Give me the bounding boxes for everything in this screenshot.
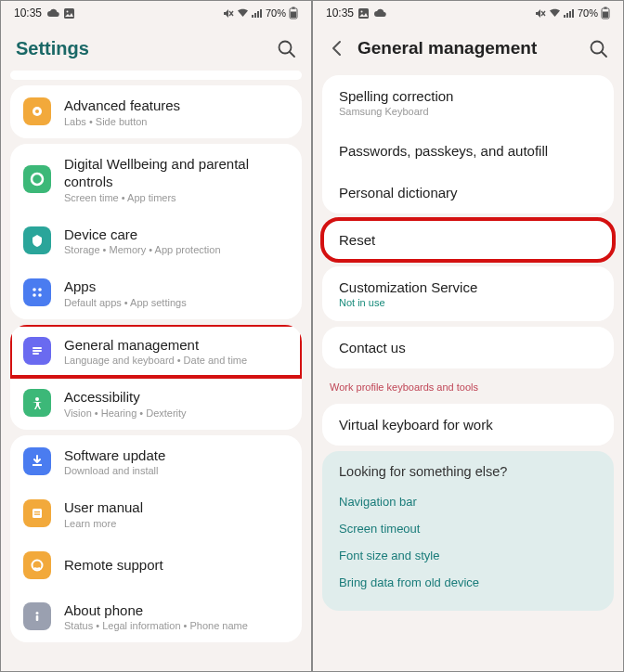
mute-icon: [223, 8, 234, 19]
svg-point-24: [36, 612, 39, 614]
settings-item-update[interactable]: Software updateDownload and install: [10, 435, 302, 488]
gm-scroll[interactable]: Spelling correctionSamsung KeyboardPassw…: [313, 70, 623, 671]
svg-point-11: [32, 174, 43, 185]
mute-icon: [535, 8, 546, 19]
gm-group: Spelling correctionSamsung KeyboardPassw…: [322, 75, 614, 213]
svg-line-8: [290, 52, 294, 57]
settings-item-manual[interactable]: User manualLearn more: [10, 487, 302, 540]
gm-header: General management: [313, 21, 623, 70]
suggest-link[interactable]: Font size and style: [339, 542, 597, 569]
back-icon[interactable]: [328, 39, 346, 58]
settings-item-apps[interactable]: AppsDefault apps • App settings: [10, 266, 302, 319]
about-icon: [23, 602, 51, 630]
status-bar: 10:35 70%: [313, 1, 623, 21]
gm-item[interactable]: Virtual keyboard for work: [322, 404, 614, 446]
settings-scroll[interactable]: Advanced featuresLabs • Side buttonDigit…: [1, 71, 311, 671]
page-title: General management: [358, 38, 537, 58]
item-subtitle: Learn more: [64, 518, 289, 529]
svg-point-14: [32, 293, 36, 297]
advanced-icon: [23, 97, 51, 125]
gm-item[interactable]: Contact us: [322, 327, 614, 368]
item-title: General management: [64, 336, 289, 355]
item-title: Advanced features: [64, 97, 289, 115]
phone-right: 10:35 70%: [312, 0, 624, 672]
settings-item-devicecare[interactable]: Device careStorage • Memory • App protec…: [10, 214, 302, 267]
svg-point-12: [32, 288, 36, 291]
wifi-icon: [237, 8, 249, 18]
item-title: Passwords, passkeys, and autofill: [339, 143, 597, 159]
status-time: 10:35: [326, 6, 354, 19]
section-label: Work profile keyboards and tools: [313, 374, 623, 398]
gm-item[interactable]: Customization ServiceNot in use: [322, 266, 614, 321]
search-icon[interactable]: [277, 39, 296, 58]
battery-icon: [601, 6, 610, 19]
item-title: About phone: [64, 601, 289, 620]
item-title: Reset: [339, 232, 597, 248]
svg-line-34: [602, 52, 606, 57]
settings-item-about[interactable]: About phoneStatus • Legal information • …: [10, 590, 302, 643]
gm-item[interactable]: Personal dictionary: [322, 172, 614, 213]
item-subtitle: Default apps • App settings: [64, 297, 289, 308]
accessibility-icon: [23, 389, 51, 417]
settings-item-wellbeing[interactable]: Digital Wellbeing and parental controlsS…: [10, 144, 302, 214]
gm-item[interactable]: Spelling correctionSamsung Keyboard: [322, 75, 614, 130]
item-title: Virtual keyboard for work: [339, 417, 597, 433]
battery-icon: [289, 6, 298, 19]
gm-group: Reset: [322, 219, 614, 261]
gm-item[interactable]: Reset: [322, 219, 614, 261]
status-bar: 10:35 70%: [1, 1, 311, 21]
image-icon: [358, 8, 369, 19]
item-subtitle: Samsung Keyboard: [339, 106, 597, 117]
wellbeing-icon: [23, 165, 51, 193]
item-title: Digital Wellbeing and parental controls: [64, 155, 289, 191]
item-title: Apps: [64, 278, 289, 296]
item-subtitle: Language and keyboard • Date and time: [64, 355, 289, 366]
svg-rect-16: [32, 347, 42, 349]
item-subtitle: Labs • Side button: [64, 116, 289, 127]
svg-rect-25: [36, 615, 39, 621]
page-title: Settings: [16, 38, 89, 59]
svg-point-19: [35, 397, 39, 401]
settings-item-accessibility[interactable]: AccessibilityVision • Hearing • Dexterit…: [10, 377, 302, 430]
item-subtitle: Download and install: [64, 465, 289, 476]
item-subtitle: Status • Legal information • Phone name: [64, 620, 289, 631]
cloud-icon: [46, 8, 59, 18]
gm-item[interactable]: Passwords, passkeys, and autofill: [322, 130, 614, 172]
item-title: Contact us: [339, 340, 597, 355]
suggest-link[interactable]: Screen timeout: [339, 515, 597, 542]
general-icon: [23, 337, 51, 365]
settings-group: Advanced featuresLabs • Side button: [10, 85, 302, 138]
item-subtitle: Storage • Memory • App protection: [64, 244, 289, 255]
settings-group: Digital Wellbeing and parental controlsS…: [10, 144, 302, 319]
svg-rect-20: [32, 509, 42, 518]
svg-rect-31: [604, 7, 607, 9]
cloud-icon: [373, 8, 386, 18]
search-icon[interactable]: [589, 39, 608, 58]
settings-item-remote[interactable]: Remote support: [10, 540, 302, 590]
item-title: Customization Service: [339, 279, 597, 295]
apps-icon: [23, 278, 51, 306]
suggest-link[interactable]: Navigation bar: [339, 488, 597, 515]
svg-point-13: [38, 288, 42, 291]
settings-group: General managementLanguage and keyboard …: [10, 325, 302, 430]
svg-rect-32: [603, 12, 608, 19]
svg-rect-18: [32, 353, 39, 355]
manual-icon: [23, 499, 51, 527]
image-icon: [64, 8, 74, 19]
svg-rect-6: [291, 12, 296, 19]
phone-left: 10:35 70%: [0, 0, 312, 672]
item-title: Accessibility: [64, 388, 289, 407]
item-title: Spelling correction: [339, 88, 597, 104]
gm-group: Customization ServiceNot in use: [322, 266, 614, 321]
update-icon: [23, 447, 51, 475]
item-title: Device care: [64, 226, 289, 244]
svg-rect-26: [358, 8, 369, 19]
item-title: User manual: [64, 498, 289, 517]
settings-item-advanced[interactable]: Advanced featuresLabs • Side button: [10, 85, 302, 138]
settings-item-general[interactable]: General managementLanguage and keyboard …: [10, 325, 302, 378]
suggest-box: Looking for something else? Navigation b…: [322, 451, 614, 611]
settings-group: Software updateDownload and installUser …: [10, 435, 302, 643]
item-subtitle: Screen time • App timers: [64, 192, 289, 203]
remote-icon: [23, 551, 51, 579]
suggest-link[interactable]: Bring data from old device: [339, 569, 597, 596]
